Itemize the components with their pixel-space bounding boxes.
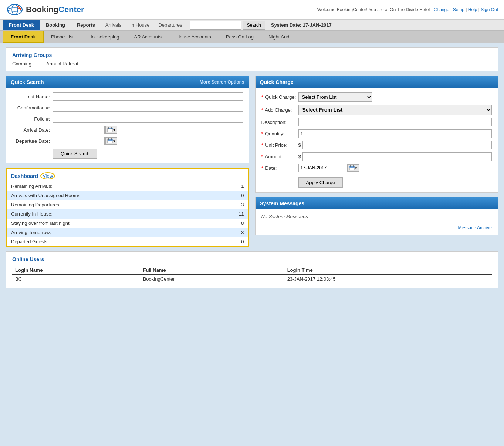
arrival-date-wrap: ▾ [53, 126, 117, 134]
dash-label: Staying over from last night: [11, 220, 71, 226]
subnav-front-desk[interactable]: Front Desk [3, 31, 44, 43]
quick-search-btn-row: Quick Search [12, 149, 243, 159]
change-link[interactable]: Change [434, 7, 449, 12]
nav-departures[interactable]: Departures [154, 20, 186, 30]
unit-price-input[interactable] [302, 141, 492, 149]
add-charge-row: * Add Charge: Select From List [261, 105, 492, 115]
online-users-title: Online Users [12, 256, 492, 262]
system-messages-body: No System Messages Message Archive [256, 209, 498, 235]
nav-arrivals[interactable]: Arrivals [101, 20, 126, 30]
add-charge-label: * Add Charge: [261, 107, 298, 113]
confirmation-row: Confirmation #: [12, 104, 243, 112]
subnav-ar-accounts[interactable]: AR Accounts [126, 31, 169, 42]
description-input[interactable] [298, 118, 492, 126]
help-link[interactable]: Help [468, 7, 477, 12]
dashboard-title: Dashboard [11, 173, 38, 179]
folio-input-wrap [53, 115, 243, 123]
dashboard-view-link[interactable]: View [40, 172, 55, 179]
confirmation-input[interactable] [53, 104, 243, 112]
user-full-name: BookingCenter [140, 275, 284, 284]
group1-name: Camping [12, 61, 31, 67]
confirmation-input-wrap [53, 104, 243, 112]
date-row: * Date: ▾ [261, 164, 492, 172]
svg-rect-12 [349, 166, 355, 168]
subnav-night-audit[interactable]: Night Audit [261, 31, 299, 42]
arrival-date-label: Arrival Date: [12, 127, 53, 133]
dash-label: Departed Guests: [11, 239, 49, 244]
quantity-label: * Quantity: [261, 131, 298, 136]
navbar: Front Desk Booking Reports Arrivals In H… [0, 20, 504, 31]
departure-date-input[interactable] [53, 137, 105, 145]
svg-rect-4 [108, 128, 113, 129]
quick-search-button[interactable]: Quick Search [53, 149, 97, 159]
quantity-input[interactable] [298, 129, 492, 138]
search-input[interactable] [190, 21, 241, 30]
charge-date-input[interactable] [298, 164, 346, 172]
nav-reports[interactable]: Reports [71, 20, 101, 30]
search-area: Search [190, 21, 265, 30]
quick-search-body: Last Name: Confirmation #: Folio #: [6, 88, 249, 163]
last-name-input[interactable] [53, 92, 243, 101]
description-label: Description: [261, 119, 298, 125]
add-charge-select[interactable]: Select From List [298, 105, 492, 115]
dashboard-rows: Remaining Arrivals:1Arrivals with Unassi… [7, 182, 248, 246]
col-full-name: Full Name [140, 266, 284, 275]
nav-booking[interactable]: Booking [40, 20, 71, 30]
dash-value: 0 [241, 239, 244, 244]
message-archive-link[interactable]: Message Archive [458, 225, 492, 230]
user-login: BC [12, 275, 140, 284]
arrival-date-calendar-button[interactable]: ▾ [105, 126, 117, 134]
departure-date-calendar-button[interactable]: ▾ [105, 137, 117, 145]
online-users-row: BCBookingCenter23-JAN-2017 12:03:45 [12, 275, 492, 284]
last-name-input-wrap [53, 92, 243, 101]
online-users-header-row: Login Name Full Name Login Time [12, 266, 492, 275]
col-login-time: Login Time [284, 266, 492, 275]
dashboard-panel: Dashboard View Remaining Arrivals:1Arriv… [6, 168, 249, 247]
dashboard-row: Arriving Tomorrow:3 [7, 228, 248, 237]
dash-label: Remaining Arrivals: [11, 183, 53, 189]
online-users-panel: Online Users Login Name Full Name Login … [6, 251, 498, 288]
last-name-label: Last Name: [12, 94, 53, 99]
unit-price-dollar: $ [298, 142, 301, 148]
dashboard-row: Remaining Arrivals:1 [7, 182, 248, 191]
dash-label: Remaining Departures: [11, 202, 61, 207]
dash-value: 0 [241, 193, 244, 198]
description-input-wrap [298, 118, 492, 126]
dashboard-row: Currently In House:11 [7, 209, 248, 219]
nav-front-desk[interactable]: Front Desk [3, 20, 40, 30]
dash-label: Currently In House: [11, 211, 53, 217]
welcome-text: Welcome BookingCenter! You are at On The… [317, 7, 433, 12]
system-messages-title: System Messages [260, 200, 305, 206]
subnav-phone-list[interactable]: Phone List [44, 31, 81, 42]
dash-value: 11 [239, 211, 244, 217]
arriving-groups-panel: Arriving Groups Camping Annual Retreat [6, 47, 498, 71]
subnav-housekeeping[interactable]: Housekeeping [81, 31, 126, 42]
quick-search-header: Quick Search More Search Options [6, 76, 249, 88]
arrival-date-input[interactable] [53, 126, 105, 134]
nav-in-house[interactable]: In House [126, 20, 154, 30]
sign-out-link[interactable]: Sign Out [481, 7, 498, 12]
svg-rect-8 [108, 139, 113, 141]
charge-date-calendar-button[interactable]: ▾ [347, 164, 359, 172]
amount-input[interactable] [302, 152, 492, 161]
departure-date-row: Departure Date: ▾ [12, 137, 243, 145]
add-charge-select-wrap: Select From List [298, 105, 492, 115]
arriving-groups-row: Camping Annual Retreat [12, 61, 492, 67]
amount-wrap: $ [298, 152, 492, 161]
subnav-house-accounts[interactable]: House Accounts [169, 31, 219, 42]
folio-input[interactable] [53, 115, 243, 123]
description-row: Description: [261, 118, 492, 126]
apply-charge-button[interactable]: Apply Charge [298, 177, 343, 188]
more-search-options-link[interactable]: More Search Options [200, 80, 244, 85]
col-login-name: Login Name [12, 266, 140, 275]
dash-value: 3 [241, 202, 244, 207]
setup-link[interactable]: Setup [453, 7, 464, 12]
logo: BookingCenter [6, 3, 84, 16]
message-archive-wrap: Message Archive [261, 225, 492, 230]
last-name-row: Last Name: [12, 92, 243, 101]
header-right: Welcome BookingCenter! You are at On The… [317, 7, 498, 12]
subnav-pass-on-log[interactable]: Pass On Log [219, 31, 261, 42]
quick-charge-select[interactable]: Select From List [298, 92, 372, 102]
search-button[interactable]: Search [243, 21, 265, 30]
quick-search-panel: Quick Search More Search Options Last Na… [6, 76, 249, 163]
